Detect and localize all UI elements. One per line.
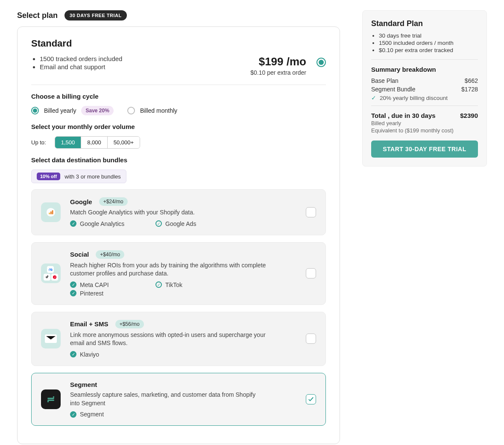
- bundle-tag-label: TikTok: [165, 281, 182, 288]
- bundle-desc: Match Google Analytics with your Shopify…: [70, 208, 267, 217]
- check-icon: ✓: [70, 411, 76, 418]
- plan-feature: 1500 tracked orders included: [40, 55, 122, 62]
- check-icon: ✓: [155, 281, 162, 288]
- svg-point-4: [53, 275, 56, 279]
- off-pill: 10% off: [37, 173, 60, 180]
- meta-icon: [47, 266, 54, 273]
- volume-option-50000[interactable]: 50,000+: [107, 137, 140, 148]
- bundle-checkbox[interactable]: [306, 268, 316, 278]
- segment-icon: [41, 389, 61, 409]
- summary-bullet: 30 days free trial: [379, 32, 478, 39]
- bundle-title: Google: [70, 198, 92, 205]
- billing-cycle-label: Choose a billing cycle: [31, 93, 326, 100]
- check-icon: ✓: [70, 351, 76, 357]
- bundle-tag-label: Meta CAPI: [80, 281, 109, 288]
- bundle-tag: ✓ Klaviyo: [70, 351, 130, 358]
- breakdown-line-value: $662: [465, 77, 478, 84]
- summary-bullet: $0.10 per extra order tracked: [379, 47, 478, 53]
- bundle-hint-text: with 3 or more bundles: [64, 173, 121, 180]
- plan-card: Standard 1500 tracked orders included Em…: [17, 26, 340, 444]
- bundle-title: Segment: [70, 381, 97, 388]
- total-label: Total , due in 30 days: [371, 112, 436, 119]
- pinterest-icon: [51, 274, 58, 281]
- bundle-tag-label: Google Analytics: [80, 220, 124, 227]
- plan-features: 1500 tracked orders included Email and c…: [31, 55, 122, 71]
- total-line: Total , due in 30 days $2390: [371, 112, 478, 119]
- bundle-desc: Reach higher ROIs from your ads by train…: [70, 261, 267, 278]
- bundle-tag-label: Segment: [80, 411, 104, 418]
- svg-rect-3: [52, 210, 53, 214]
- bundle-tag-label: Pinterest: [80, 290, 103, 297]
- save-pill: Save 20%: [81, 106, 113, 115]
- bundle-tag: ✓ Meta CAPI: [70, 281, 130, 288]
- volume-label: Select your monthly order volume: [31, 123, 326, 130]
- bundle-title: Email + SMS: [70, 320, 108, 328]
- radio-on-icon: [31, 107, 39, 114]
- bundle-desc: Link more anonymous sessions with opted-…: [70, 331, 267, 348]
- summary-bullet: 1500 included orders / month: [379, 40, 478, 46]
- total-sub: Equivalent to ($199 monthly cost): [371, 127, 478, 134]
- email-icon: [41, 329, 61, 348]
- breakdown-title: Summary breakdown: [371, 66, 478, 73]
- bundles-label: Select data destination bundles: [31, 156, 326, 164]
- check-icon: ✓: [371, 94, 376, 101]
- check-icon: ✓: [70, 290, 76, 296]
- summary-card: Standard Plan 30 days free trial 1500 in…: [362, 10, 487, 167]
- bundle-checkbox[interactable]: [306, 394, 316, 404]
- bundle-tag: ✓ Pinterest: [70, 290, 130, 297]
- bundle-checkbox[interactable]: [306, 207, 316, 217]
- cycle-monthly[interactable]: Billed monthly: [127, 107, 177, 114]
- plan-price: $199 /mo: [250, 55, 306, 68]
- svg-point-6: [47, 401, 49, 402]
- breakdown-line: Segment Bundle $1728: [371, 86, 478, 93]
- bundle-discount-hint: 10% off with 3 or more bundles: [31, 170, 126, 183]
- radio-off-icon: [127, 107, 135, 114]
- social-icon: [41, 263, 61, 283]
- bundle-price: +$24/mo: [99, 197, 128, 206]
- bundle-checkbox[interactable]: [306, 334, 316, 344]
- bundle-social[interactable]: Social +$40/mo Reach higher ROIs from yo…: [31, 242, 326, 305]
- breakdown-line: Base Plan $662: [371, 77, 478, 84]
- summary-title: Standard Plan: [371, 19, 478, 28]
- tiktok-icon: [44, 274, 50, 281]
- trial-badge: 30 DAYS FREE TRIAL: [64, 10, 127, 20]
- summary-bullets: 30 days free trial 1500 included orders …: [371, 32, 478, 53]
- check-icon: ✓: [70, 281, 76, 288]
- plan-price-sub: $0.10 per extra order: [250, 69, 306, 76]
- bundle-tag-label: Klaviyo: [80, 351, 99, 358]
- total-value: $2390: [460, 112, 478, 119]
- upto-label: Up to:: [31, 139, 46, 146]
- volume-option-1500[interactable]: 1,500: [55, 137, 81, 148]
- bundle-tag-label: Google Ads: [165, 220, 196, 227]
- page-title: Select plan: [17, 11, 58, 20]
- bundle-email-sms[interactable]: Email + SMS +$56/mo Link more anonymous …: [31, 312, 326, 366]
- bundle-google[interactable]: Google +$24/mo Match Google Analytics wi…: [31, 189, 326, 235]
- breakdown-line-label: Base Plan: [371, 77, 399, 84]
- cycle-yearly[interactable]: Billed yearly Save 20%: [31, 106, 114, 115]
- svg-rect-2: [50, 211, 52, 214]
- plan-feature: Email and chat support: [40, 63, 122, 70]
- bundle-segment[interactable]: Segment Seamlessly capture sales, market…: [31, 373, 326, 426]
- bundle-tag: ✓ TikTok: [155, 281, 215, 288]
- breakdown-line-label: Segment Bundle: [371, 86, 416, 93]
- bundle-tag: ✓ Google Ads: [155, 220, 215, 227]
- bundle-tag: ✓ Google Analytics: [70, 220, 130, 227]
- check-icon: ✓: [70, 220, 76, 227]
- bundle-desc: Seamlessly capture sales, marketing, and…: [70, 391, 267, 407]
- breakdown-line-value: $1728: [461, 86, 478, 93]
- cycle-monthly-label: Billed monthly: [140, 107, 177, 114]
- check-icon: ✓: [155, 220, 162, 227]
- bundle-price: +$56/mo: [115, 320, 144, 328]
- bundle-tag: ✓ Segment: [70, 411, 130, 418]
- google-analytics-icon: [41, 202, 61, 222]
- volume-segments: 1,500 8,000 50,000+: [55, 136, 140, 149]
- svg-point-5: [53, 396, 54, 398]
- start-trial-button[interactable]: START 30-DAY FREE TRIAL: [371, 141, 478, 158]
- volume-option-8000[interactable]: 8,000: [81, 137, 107, 148]
- total-sub: Billed yearly: [371, 120, 478, 126]
- svg-rect-1: [49, 213, 50, 214]
- plan-select-radio[interactable]: [316, 58, 326, 67]
- discount-text: 20% yearly billing discount: [380, 95, 448, 101]
- cycle-yearly-label: Billed yearly: [44, 107, 76, 114]
- discount-line: ✓ 20% yearly billing discount: [371, 94, 478, 101]
